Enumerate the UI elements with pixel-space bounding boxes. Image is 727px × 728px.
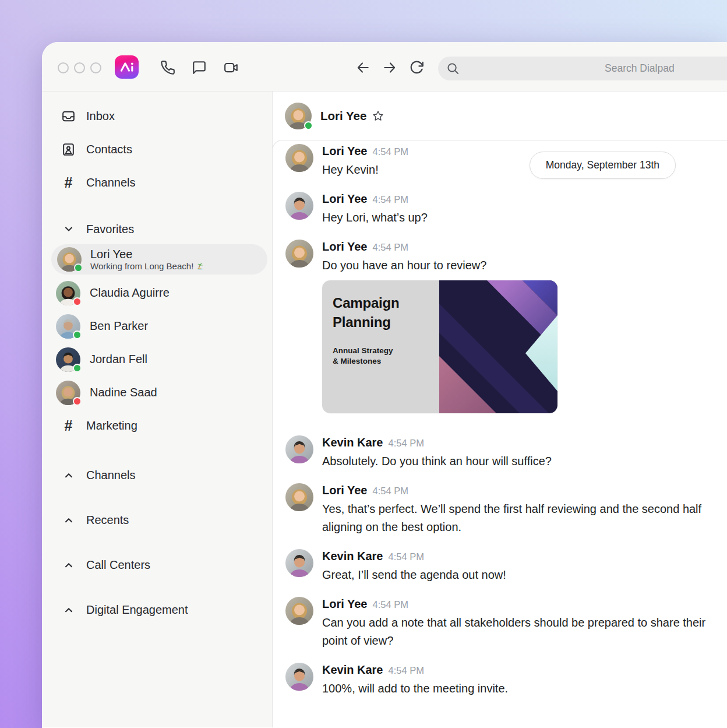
attachment-artwork — [439, 280, 557, 413]
avatar — [285, 663, 313, 691]
message-row: Lori Yee4:54 PMYes, that’s perfect. We’l… — [285, 483, 711, 536]
avatar-photo — [285, 663, 313, 691]
message-text: 100%, will add to the meeting invite. — [322, 680, 710, 698]
message-text: Can you add a note that all stakeholders… — [322, 614, 710, 650]
chat-panel: Lori Yee Monday, September 13th Lori Yee… — [273, 92, 727, 727]
attachment-card[interactable]: Campaign PlanningAnnual Strategy & Miles… — [322, 280, 557, 413]
chevron-down-icon — [63, 223, 75, 235]
favorite-name: Claudia Aguirre — [90, 286, 170, 300]
message-author: Lori Yee — [322, 240, 367, 254]
chevron-up-icon — [63, 560, 75, 571]
message-row: Lori Yee4:54 PMCan you add a note that a… — [285, 597, 711, 650]
message-author: Lori Yee — [322, 483, 367, 498]
presence-dot — [73, 397, 82, 406]
favorite-name: Marketing — [86, 419, 137, 432]
status-message: Working from Long Beach! — [90, 261, 204, 272]
favorite-item[interactable]: Ben Parker — [42, 310, 272, 343]
message-text: Hey Lori, what’s up? — [322, 209, 710, 227]
presence-dot — [73, 330, 82, 339]
avatar-photo — [285, 483, 313, 511]
forward-icon[interactable] — [382, 60, 397, 75]
palm-island-icon — [196, 262, 204, 270]
message-row: Kevin Kare4:54 PM100%, will add to the m… — [285, 663, 711, 698]
sidebar: Inbox Contacts # Channels Favorites — [42, 92, 273, 727]
message-text: Do you have an hour to review? — [322, 256, 710, 275]
presence-dot — [73, 364, 82, 372]
back-icon[interactable] — [355, 60, 370, 75]
favorite-item-selected[interactable]: Lori YeeWorking from Long Beach! — [51, 244, 267, 275]
dialpad-ai-logo — [115, 55, 139, 79]
message-row: Lori Yee4:54 PMHey Lori, what’s up? — [285, 192, 711, 227]
message-timestamp: 4:54 PM — [372, 597, 408, 612]
avatar-photo — [285, 597, 313, 625]
window-zoom-button[interactable] — [90, 62, 101, 73]
message-author: Lori Yee — [322, 192, 367, 206]
app-window: Inbox Contacts # Channels Favorites — [42, 42, 727, 728]
favorite-item-channel[interactable]: # Marketing — [42, 409, 272, 442]
favorite-star-icon[interactable] — [372, 110, 384, 122]
campaign-card-art — [439, 280, 557, 413]
window-minimize-button[interactable] — [74, 62, 85, 73]
avatar — [285, 549, 313, 577]
ai-glyph-icon — [118, 59, 136, 75]
message-author: Lori Yee — [322, 144, 367, 159]
phone-icon[interactable] — [160, 60, 175, 75]
sidebar-section-digital-engagement[interactable]: Digital Engagement — [42, 588, 272, 632]
hash-icon: # — [61, 174, 76, 191]
section-label: Favorites — [86, 223, 134, 236]
sidebar-section-channels[interactable]: Channels — [42, 453, 272, 498]
favorites-section-header[interactable]: Favorites — [42, 214, 272, 244]
section-label: Digital Engagement — [86, 603, 188, 617]
avatar-photo — [285, 144, 313, 172]
chevron-up-icon — [63, 515, 75, 526]
avatar — [285, 483, 313, 511]
chevron-up-icon — [63, 604, 75, 616]
favorite-item[interactable]: Jordan Fell — [42, 343, 272, 376]
message-list: Monday, September 13th Lori Yee4:54 PMHe… — [272, 140, 727, 727]
refresh-icon[interactable] — [409, 60, 424, 75]
message-timestamp: 4:54 PM — [372, 145, 408, 159]
message-timestamp: 4:54 PM — [372, 192, 408, 207]
message-row: Lori Yee4:54 PMDo you have an hour to re… — [285, 240, 711, 423]
avatar — [56, 381, 80, 405]
favorite-name: Ben Parker — [90, 319, 148, 333]
video-icon[interactable] — [224, 60, 239, 75]
sidebar-section-recents[interactable]: Recents — [42, 498, 272, 543]
messages-icon[interactable] — [192, 60, 207, 75]
sidebar-item-label: Contacts — [86, 143, 132, 156]
avatar-photo — [285, 192, 313, 220]
avatar — [56, 347, 80, 372]
avatar — [56, 314, 80, 339]
sidebar-item-inbox[interactable]: Inbox — [42, 100, 272, 133]
message-timestamp: 4:54 PM — [389, 436, 424, 451]
message-timestamp: 4:54 PM — [389, 663, 424, 678]
sidebar-item-channels[interactable]: # Channels — [42, 166, 272, 199]
message-timestamp: 4:54 PM — [372, 484, 408, 498]
attachment-title: Campaign Planning — [333, 293, 430, 332]
window-close-button[interactable] — [58, 62, 69, 73]
avatar — [285, 597, 313, 625]
message-text: Absolutely. Do you think an hour will su… — [322, 452, 710, 470]
message-text: Great, I’ll send the agenda out now! — [322, 566, 710, 584]
message-author: Kevin Kare — [322, 549, 383, 564]
collapsed-sections: Channels Recents Call Centers Digital En… — [42, 453, 272, 632]
sidebar-section-call-centers[interactable]: Call Centers — [42, 543, 272, 588]
chat-header: Lori Yee — [273, 92, 727, 140]
avatar — [285, 240, 313, 268]
avatar-photo — [285, 240, 313, 268]
chat-title: Lori Yee — [320, 109, 366, 123]
contact-card-icon — [61, 142, 76, 157]
favorite-item[interactable]: Nadine Saad — [42, 376, 272, 409]
chevron-up-icon — [63, 470, 75, 481]
search-input[interactable] — [438, 57, 727, 80]
favorite-name: Nadine Saad — [90, 386, 157, 399]
avatar-photo — [285, 435, 313, 463]
message-row: Kevin Kare4:54 PMGreat, I’ll send the ag… — [285, 549, 711, 584]
favorite-item[interactable]: Claudia Aguirre — [42, 276, 272, 310]
favorite-name: Lori Yee — [90, 248, 204, 261]
sidebar-item-contacts[interactable]: Contacts — [42, 133, 272, 166]
message-author: Kevin Kare — [322, 435, 383, 450]
message-timestamp: 4:54 PM — [372, 240, 408, 255]
presence-dot — [74, 263, 83, 272]
avatar — [285, 103, 312, 129]
